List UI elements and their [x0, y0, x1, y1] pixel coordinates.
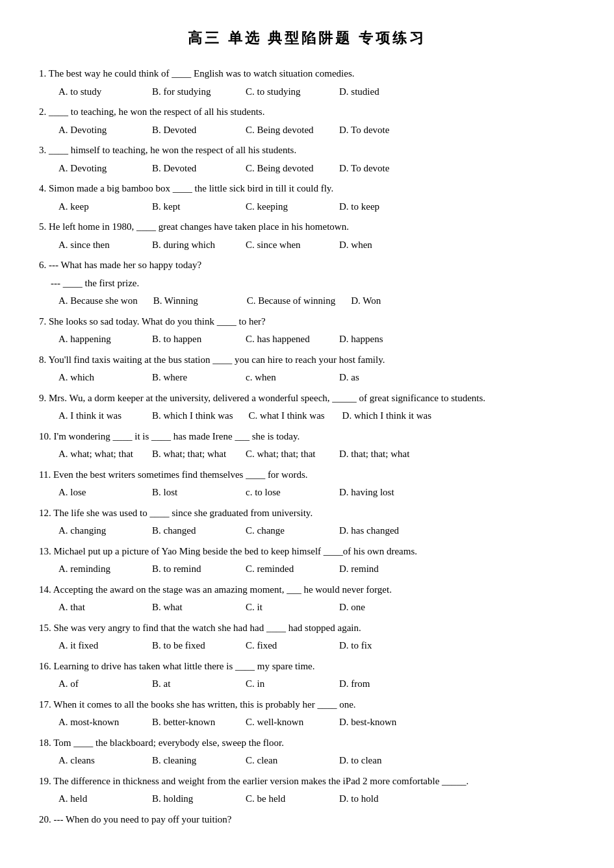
- question-11-option-3[interactable]: D. having lost: [339, 484, 417, 501]
- question-8-option-3[interactable]: D. as: [339, 369, 417, 386]
- question-19-option-0[interactable]: A. held: [58, 791, 136, 808]
- question-11: 11. Even the best writers sometimes find…: [39, 467, 575, 501]
- question-7-option-2[interactable]: C. has happened: [246, 331, 324, 348]
- question-8-option-1[interactable]: B. where: [152, 369, 230, 386]
- question-6-option-0[interactable]: A. Because she won: [58, 293, 138, 310]
- question-12: 12. The life she was used to ____ since …: [39, 505, 575, 539]
- question-14-option-2[interactable]: C. it: [246, 599, 324, 616]
- question-11-options: A. loseB. lostc. to loseD. having lost: [39, 484, 575, 501]
- question-8-option-2[interactable]: c. when: [246, 369, 324, 386]
- question-10: 10. I'm wondering ____ it is ____ has ma…: [39, 428, 575, 463]
- question-20: 20. --- When do you need to pay off your…: [39, 812, 575, 828]
- question-17-option-2[interactable]: C. well-known: [246, 714, 324, 731]
- question-12-option-0[interactable]: A. changing: [58, 523, 136, 539]
- question-8: 8. You'll find taxis waiting at the bus …: [39, 352, 575, 386]
- question-9-option-0[interactable]: A. I think it was: [58, 408, 136, 425]
- question-18-option-2[interactable]: C. clean: [246, 752, 324, 769]
- question-9-option-3[interactable]: D. which I think it was: [342, 408, 431, 425]
- question-7-option-0[interactable]: A. happening: [58, 331, 136, 348]
- question-8-option-0[interactable]: A. which: [58, 369, 136, 386]
- question-11-option-1[interactable]: B. lost: [152, 484, 230, 501]
- question-18-option-3[interactable]: D. to clean: [339, 752, 417, 769]
- question-6: 6. --- What has made her so happy today?…: [39, 257, 575, 310]
- question-4-option-1[interactable]: B. kept: [152, 199, 230, 216]
- question-19-option-2[interactable]: C. be held: [246, 791, 324, 808]
- question-13-options: A. remindingB. to remindC. remindedD. re…: [39, 561, 575, 578]
- question-16-option-3[interactable]: D. from: [339, 676, 417, 693]
- question-1-option-1[interactable]: B. for studying: [152, 84, 230, 101]
- question-16: 16. Learning to drive has taken what lit…: [39, 658, 575, 693]
- question-5-options: A. since thenB. during whichC. since whe…: [39, 237, 575, 254]
- question-7-text-0: 7. She looks so sad today. What do you t…: [39, 314, 575, 330]
- question-13-option-1[interactable]: B. to remind: [152, 561, 230, 578]
- question-16-option-2[interactable]: C. in: [246, 676, 324, 693]
- question-15-option-0[interactable]: A. it fixed: [58, 638, 136, 654]
- question-1-option-2[interactable]: C. to studying: [246, 84, 324, 101]
- question-15-option-2[interactable]: C. fixed: [246, 638, 324, 654]
- question-6-option-3[interactable]: D. Won: [351, 293, 429, 310]
- question-19-option-3[interactable]: D. to hold: [339, 791, 417, 808]
- question-4-option-2[interactable]: C. keeping: [246, 199, 324, 216]
- question-10-option-3[interactable]: D. that; that; what: [339, 446, 417, 463]
- question-18-option-1[interactable]: B. cleaning: [152, 752, 230, 769]
- question-10-option-1[interactable]: B. what; that; what: [152, 446, 230, 463]
- question-7: 7. She looks so sad today. What do you t…: [39, 314, 575, 348]
- question-2-option-3[interactable]: D. To devote: [339, 122, 417, 139]
- question-6-options: A. Because she wonB. WinningC. Because o…: [39, 293, 575, 310]
- question-1-option-3[interactable]: D. studied: [339, 84, 417, 101]
- question-10-option-2[interactable]: C. what; that; that: [246, 446, 324, 463]
- question-14: 14. Accepting the award on the stage was…: [39, 582, 575, 616]
- question-2-option-0[interactable]: A. Devoting: [58, 122, 136, 139]
- question-6-option-1[interactable]: B. Winning: [153, 293, 231, 310]
- question-15-option-3[interactable]: D. to fix: [339, 638, 417, 654]
- question-14-option-3[interactable]: D. one: [339, 599, 417, 616]
- question-6-text-1: --- ____ the first prize.: [39, 275, 575, 292]
- question-17-option-3[interactable]: D. best-known: [339, 714, 417, 731]
- question-3-option-2[interactable]: C. Being devoted: [246, 160, 324, 177]
- question-12-option-2[interactable]: C. change: [246, 523, 324, 539]
- question-4-option-0[interactable]: A. keep: [58, 199, 136, 216]
- question-3-option-0[interactable]: A. Devoting: [58, 160, 136, 177]
- question-5-option-3[interactable]: D. when: [339, 237, 417, 254]
- question-11-option-2[interactable]: c. to lose: [246, 484, 324, 501]
- question-12-options: A. changingB. changedC. changeD. has cha…: [39, 523, 575, 539]
- question-5-option-0[interactable]: A. since then: [58, 237, 136, 254]
- question-13-option-3[interactable]: D. remind: [339, 561, 417, 578]
- question-18-option-0[interactable]: A. cleans: [58, 752, 136, 769]
- question-3-option-3[interactable]: D. To devote: [339, 160, 417, 177]
- question-3-option-1[interactable]: B. Devoted: [152, 160, 230, 177]
- question-9-option-1[interactable]: B. which I think was: [152, 408, 233, 425]
- question-11-text-0: 11. Even the best writers sometimes find…: [39, 467, 575, 484]
- question-4-option-3[interactable]: D. to keep: [339, 199, 417, 216]
- question-7-option-1[interactable]: B. to happen: [152, 331, 230, 348]
- question-7-option-3[interactable]: D. happens: [339, 331, 417, 348]
- question-10-option-0[interactable]: A. what; what; that: [58, 446, 136, 463]
- question-12-option-1[interactable]: B. changed: [152, 523, 230, 539]
- question-14-option-0[interactable]: A. that: [58, 599, 136, 616]
- question-14-options: A. thatB. whatC. itD. one: [39, 599, 575, 616]
- question-13-option-0[interactable]: A. reminding: [58, 561, 136, 578]
- question-4-options: A. keepB. keptC. keepingD. to keep: [39, 199, 575, 216]
- question-15-option-1[interactable]: B. to be fixed: [152, 638, 230, 654]
- question-17-option-1[interactable]: B. better-known: [152, 714, 230, 731]
- question-11-option-0[interactable]: A. lose: [58, 484, 136, 501]
- question-19: 19. The difference in thickness and weig…: [39, 773, 575, 808]
- page-title: 高三 单选 典型陷阱题 专项练习: [39, 26, 575, 50]
- question-5-option-2[interactable]: C. since when: [246, 237, 324, 254]
- question-3: 3. ____ himself to teaching, he won the …: [39, 142, 575, 177]
- question-13-option-2[interactable]: C. reminded: [246, 561, 324, 578]
- question-16-option-0[interactable]: A. of: [58, 676, 136, 693]
- question-16-option-1[interactable]: B. at: [152, 676, 230, 693]
- question-6-option-2[interactable]: C. Because of winning: [247, 293, 336, 310]
- question-1-option-0[interactable]: A. to study: [58, 84, 136, 101]
- question-15: 15. She was very angry to find that the …: [39, 620, 575, 654]
- question-2-option-1[interactable]: B. Devoted: [152, 122, 230, 139]
- question-17-option-0[interactable]: A. most-known: [58, 714, 136, 731]
- question-17: 17. When it comes to all the books she h…: [39, 697, 575, 731]
- question-19-option-1[interactable]: B. holding: [152, 791, 230, 808]
- question-12-option-3[interactable]: D. has changed: [339, 523, 417, 539]
- question-9-option-2[interactable]: C. what I think was: [249, 408, 327, 425]
- question-5-option-1[interactable]: B. during which: [152, 237, 230, 254]
- question-2-option-2[interactable]: C. Being devoted: [246, 122, 324, 139]
- question-14-option-1[interactable]: B. what: [152, 599, 230, 616]
